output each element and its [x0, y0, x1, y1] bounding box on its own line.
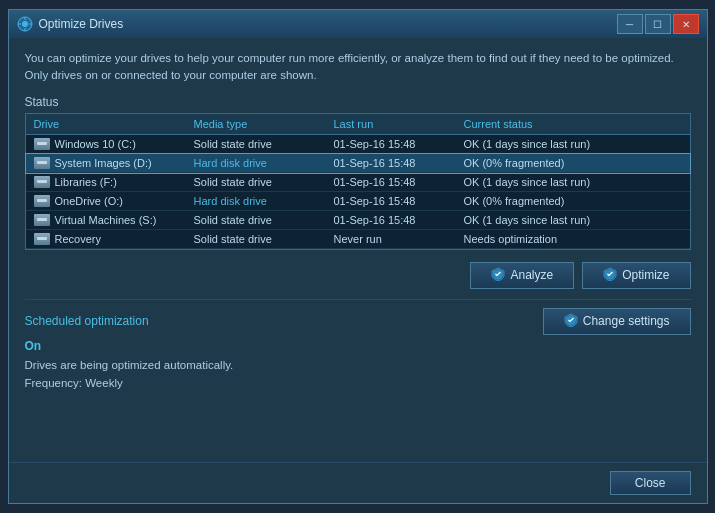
status-4: OK (1 days since last run)	[464, 214, 682, 226]
shield-icon-optimize	[603, 267, 617, 284]
media-type-1: Hard disk drive	[194, 157, 334, 169]
drive-name-2: Libraries (F:)	[34, 176, 194, 188]
status-1: OK (0% fragmented)	[464, 157, 682, 169]
last-run-5: Never run	[334, 233, 464, 245]
optimize-drives-window: Optimize Drives ─ ☐ ✕ You can optimize y…	[8, 9, 708, 504]
media-type-2: Solid state drive	[194, 176, 334, 188]
col-drive: Drive	[34, 118, 194, 130]
shield-icon-analyze	[491, 267, 505, 284]
last-run-2: 01-Sep-16 15:48	[334, 176, 464, 188]
media-type-0: Solid state drive	[194, 138, 334, 150]
drive-name-1: System Images (D:)	[34, 157, 194, 169]
status-0: OK (1 days since last run)	[464, 138, 682, 150]
svg-point-1	[22, 21, 28, 27]
last-run-4: 01-Sep-16 15:48	[334, 214, 464, 226]
footer: Close	[9, 462, 707, 503]
status-5: Needs optimization	[464, 233, 682, 245]
scheduled-label: Scheduled optimization	[25, 314, 149, 328]
optimize-button[interactable]: Optimize	[582, 262, 690, 289]
last-run-0: 01-Sep-16 15:48	[334, 138, 464, 150]
media-type-5: Solid state drive	[194, 233, 334, 245]
close-button[interactable]: ✕	[673, 14, 699, 34]
change-settings-button[interactable]: Change settings	[543, 308, 691, 335]
drive-icon-3	[34, 195, 50, 207]
analyze-label: Analyze	[510, 268, 553, 282]
drive-icon-2	[34, 176, 50, 188]
last-run-3: 01-Sep-16 15:48	[334, 195, 464, 207]
table-row[interactable]: Virtual Machines (S:) Solid state drive …	[26, 211, 690, 230]
optimize-drives-icon	[17, 16, 33, 32]
optimize-label: Optimize	[622, 268, 669, 282]
scheduled-section: Scheduled optimization Change settings O…	[25, 299, 691, 393]
restore-button[interactable]: ☐	[645, 14, 671, 34]
dialog-close-button[interactable]: Close	[610, 471, 691, 495]
window-title: Optimize Drives	[39, 17, 611, 31]
shield-icon-settings	[564, 313, 578, 330]
drive-icon-5	[34, 233, 50, 245]
change-settings-label: Change settings	[583, 314, 670, 328]
drives-table: Drive Media type Last run Current status…	[25, 113, 691, 250]
main-content: You can optimize your drives to help you…	[9, 38, 707, 462]
minimize-button[interactable]: ─	[617, 14, 643, 34]
analyze-button[interactable]: Analyze	[470, 262, 574, 289]
status-label: Status	[25, 95, 691, 109]
table-row[interactable]: OneDrive (O:) Hard disk drive 01-Sep-16 …	[26, 192, 690, 211]
action-buttons: Analyze Optimize	[25, 262, 691, 289]
table-row[interactable]: Libraries (F:) Solid state drive 01-Sep-…	[26, 173, 690, 192]
scheduled-header: Scheduled optimization Change settings	[25, 308, 691, 335]
table-row[interactable]: Windows 10 (C:) Solid state drive 01-Sep…	[26, 135, 690, 154]
last-run-1: 01-Sep-16 15:48	[334, 157, 464, 169]
media-type-3: Hard disk drive	[194, 195, 334, 207]
col-media: Media type	[194, 118, 334, 130]
window-controls: ─ ☐ ✕	[617, 14, 699, 34]
drive-icon-0	[34, 138, 50, 150]
titlebar: Optimize Drives ─ ☐ ✕	[9, 10, 707, 38]
drive-name-3: OneDrive (O:)	[34, 195, 194, 207]
drive-icon-1	[34, 157, 50, 169]
status-3: OK (0% fragmented)	[464, 195, 682, 207]
scheduled-status: On	[25, 339, 691, 353]
media-type-4: Solid state drive	[194, 214, 334, 226]
scheduled-description: Drives are being optimized automatically…	[25, 356, 691, 374]
drive-name-4: Virtual Machines (S:)	[34, 214, 194, 226]
drive-name-5: Recovery	[34, 233, 194, 245]
col-status: Current status	[464, 118, 682, 130]
col-lastrun: Last run	[334, 118, 464, 130]
drive-icon-4	[34, 214, 50, 226]
description-text: You can optimize your drives to help you…	[25, 50, 691, 85]
drive-name-0: Windows 10 (C:)	[34, 138, 194, 150]
status-section: Status Drive Media type Last run Current…	[25, 95, 691, 250]
table-row[interactable]: Recovery Solid state drive Never run Nee…	[26, 230, 690, 249]
table-header: Drive Media type Last run Current status	[26, 114, 690, 135]
scheduled-frequency: Frequency: Weekly	[25, 374, 691, 392]
table-row[interactable]: System Images (D:) Hard disk drive 01-Se…	[26, 154, 690, 173]
status-2: OK (1 days since last run)	[464, 176, 682, 188]
